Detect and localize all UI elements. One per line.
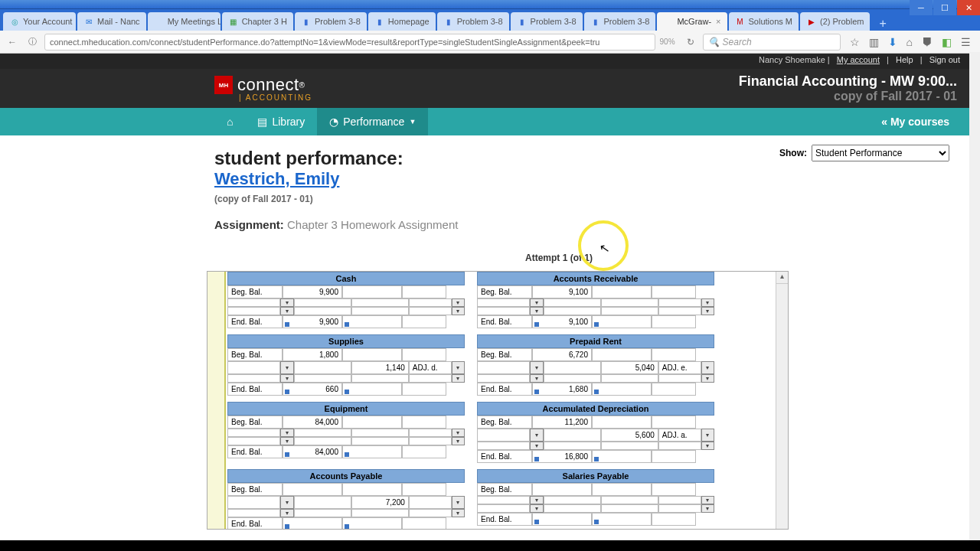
browser-tab[interactable]: ▮Problem 3-8 [295, 12, 367, 31]
dropdown-icon[interactable]: ▾ [701, 442, 714, 450]
t-account: Accumulated DepreciationBeg. Bal.11,200▾… [477, 402, 714, 463]
ext-icon[interactable]: ◧ [942, 36, 952, 48]
close-window-button[interactable]: ✕ [957, 0, 980, 15]
url-text: connect.mheducation.com/connect/studentP… [50, 37, 599, 47]
nav-mycourses[interactable]: « My courses [881, 116, 949, 128]
nav-home[interactable]: ⌂ [214, 108, 245, 135]
brand-connect: connect [237, 75, 299, 95]
browser-tab[interactable]: ▮Problem 3-8 [437, 12, 509, 31]
dropdown-icon[interactable]: ▾ [530, 374, 543, 383]
dropdown-icon[interactable]: ▾ [452, 307, 465, 315]
home-icon: ⌂ [227, 116, 233, 128]
dropdown-icon[interactable]: ▾ [280, 307, 293, 315]
dropdown-icon[interactable]: ▾ [280, 298, 293, 307]
dropdown-icon[interactable]: ▾ [530, 429, 543, 442]
student-link[interactable]: Westrich, Emily [214, 169, 339, 188]
t-account: Salaries PayableBeg. Bal.▾▾▾▾End. Bal. [477, 469, 714, 530]
back-button[interactable]: ← [5, 37, 20, 47]
account-header: Prepaid Rent [477, 334, 714, 348]
downloads-icon[interactable]: ⬇ [888, 36, 897, 48]
identity-icon[interactable]: ⓘ [24, 36, 40, 47]
user-name: Nancy Shoemake [759, 55, 825, 64]
show-select[interactable]: Student Performance [812, 145, 949, 161]
bookmark-icon[interactable]: ☆ [850, 36, 860, 48]
scroll-up-icon[interactable]: ▴ [776, 272, 788, 284]
page-scrollbar[interactable] [969, 52, 980, 540]
course-line1: Financial Accounting - MW 9:00... [739, 73, 957, 90]
brand-logo[interactable]: MH connect ® | ACCOUNTING [214, 75, 312, 102]
dropdown-icon[interactable]: ▾ [280, 361, 293, 374]
browser-tab[interactable]: ◎Your Account [3, 12, 76, 31]
main-nav: ⌂ ▤ Library ◔ Performance ▼ « My courses [0, 108, 980, 135]
dropdown-icon[interactable]: ▾ [280, 429, 293, 437]
dropdown-icon[interactable]: ▾ [452, 509, 465, 517]
assignment-name: Chapter 3 Homework Assignment [287, 218, 458, 231]
account-header: Accounts Payable [227, 469, 465, 483]
maximize-button[interactable]: ☐ [933, 0, 956, 15]
reload-button[interactable]: ↻ [683, 37, 698, 47]
browser-tab[interactable]: ✉Mail - Nanc [77, 12, 146, 31]
help-link[interactable]: Help [896, 55, 913, 64]
dropdown-icon[interactable]: ▾ [452, 374, 465, 383]
dropdown-icon[interactable]: ▾ [530, 361, 543, 374]
browser-tab[interactable]: ▦Chapter 3 H [222, 12, 293, 31]
dropdown-icon[interactable]: ▾ [701, 361, 714, 374]
dropdown-icon[interactable]: ▾ [530, 298, 543, 307]
zoom-level[interactable]: 90% [660, 37, 675, 46]
dropdown-icon[interactable]: ▾ [452, 429, 465, 437]
dropdown-icon[interactable]: ▾ [280, 496, 293, 509]
dropdown-icon[interactable]: ▾ [452, 361, 465, 374]
tab-close-icon[interactable]: × [716, 17, 720, 26]
dropdown-icon[interactable]: ▾ [701, 374, 714, 383]
tab-favicon: ▶ [806, 16, 817, 27]
nav-performance-label: Performance [343, 116, 404, 128]
browser-tabstrip: ◎Your Account✉Mail - NancMy Meetings Lis… [0, 9, 980, 31]
signout-link[interactable]: Sign out [929, 55, 960, 64]
dropdown-icon[interactable]: ▾ [701, 504, 714, 513]
browser-tab[interactable]: McGraw-× [657, 12, 727, 31]
new-tab-button[interactable]: + [871, 17, 893, 31]
brand-sub: | ACCOUNTING [239, 93, 312, 102]
tab-label: Problem 3-8 [457, 17, 503, 26]
url-field[interactable]: connect.mheducation.com/connect/studentP… [44, 34, 655, 51]
pocket-icon[interactable]: ⛊ [922, 36, 933, 48]
tab-favicon [663, 16, 674, 27]
tab-label: Homepage [388, 17, 430, 26]
browser-tab[interactable]: ▶(2) Problem [800, 12, 870, 31]
dropdown-icon[interactable]: ▾ [452, 496, 465, 509]
browser-tab[interactable]: MSolutions M [729, 12, 799, 31]
dropdown-icon[interactable]: ▾ [452, 437, 465, 445]
search-field[interactable]: 🔍 Search [703, 34, 841, 51]
home-icon[interactable]: ⌂ [906, 36, 913, 48]
reader-icon[interactable]: ▥ [869, 36, 879, 48]
menu-icon[interactable]: ☰ [961, 36, 971, 48]
dropdown-icon[interactable]: ▾ [701, 496, 714, 504]
worksheet-scrollbar[interactable]: ▴ [776, 272, 788, 529]
dropdown-icon[interactable]: ▾ [701, 307, 714, 315]
dropdown-icon[interactable]: ▾ [280, 437, 293, 445]
dropdown-icon[interactable]: ▾ [452, 298, 465, 307]
dropdown-icon[interactable]: ▾ [701, 429, 714, 442]
nav-performance[interactable]: ◔ Performance ▼ [317, 108, 428, 135]
dropdown-icon[interactable]: ▾ [280, 509, 293, 517]
dropdown-icon[interactable]: ▾ [280, 374, 293, 383]
dropdown-icon[interactable]: ▾ [530, 504, 543, 513]
dropdown-icon[interactable]: ▾ [530, 496, 543, 504]
browser-tab[interactable]: ▮Problem 3-8 [511, 12, 583, 31]
browser-tab[interactable]: ▮Homepage [368, 12, 436, 31]
tab-favicon: M [735, 16, 746, 27]
dropdown-icon[interactable]: ▾ [701, 298, 714, 307]
brand-reg: ® [299, 81, 305, 90]
dropdown-icon[interactable]: ▾ [530, 442, 543, 450]
account-header: Salaries Payable [477, 469, 714, 483]
account-header: Equipment [227, 402, 465, 416]
nav-library[interactable]: ▤ Library [245, 108, 317, 135]
tab-favicon: ▮ [374, 16, 385, 27]
my-account-link[interactable]: My account [837, 55, 880, 64]
dropdown-icon[interactable]: ▾ [530, 307, 543, 315]
account-header: Supplies [227, 334, 465, 348]
tab-label: Your Account [23, 17, 72, 26]
minimize-button[interactable]: ─ [910, 0, 933, 15]
browser-tab[interactable]: ▮Problem 3-8 [584, 12, 656, 31]
browser-tab[interactable]: My Meetings List [148, 12, 220, 31]
